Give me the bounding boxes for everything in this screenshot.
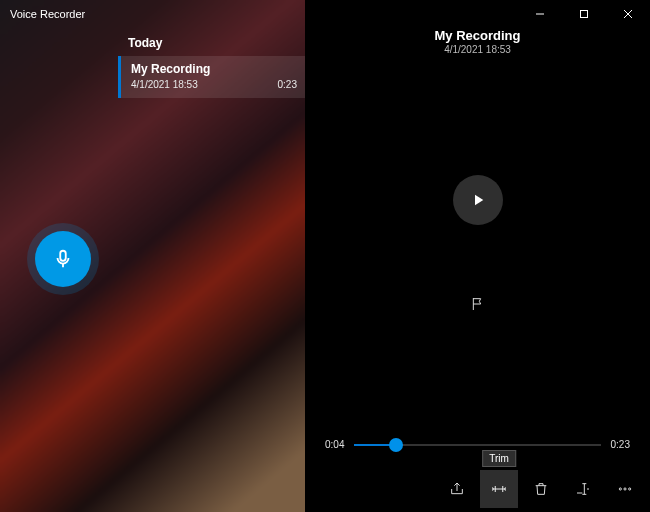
svg-point-3 — [624, 488, 626, 490]
detail-subtitle: 4/1/2021 18:53 — [305, 44, 650, 55]
recording-date: 4/1/2021 18:53 — [131, 79, 198, 90]
recording-name: My Recording — [131, 62, 297, 76]
rename-icon — [574, 481, 592, 497]
trash-icon — [533, 481, 549, 497]
timeline: 0:04 0:23 — [305, 439, 650, 450]
svg-rect-0 — [60, 251, 66, 261]
seek-thumb[interactable] — [389, 438, 403, 452]
section-today: Today — [118, 28, 305, 56]
share-icon — [449, 481, 465, 497]
more-icon — [617, 481, 633, 497]
play-icon — [469, 191, 487, 209]
left-pane: Voice Recorder Today My Recording 4/1/20… — [0, 0, 305, 512]
more-button[interactable] — [606, 470, 644, 508]
rename-button[interactable] — [564, 470, 602, 508]
total-time: 0:23 — [611, 439, 630, 450]
svg-rect-1 — [581, 11, 588, 18]
trim-button[interactable]: Trim — [480, 470, 518, 508]
svg-point-2 — [619, 488, 621, 490]
share-button[interactable] — [438, 470, 476, 508]
microphone-icon — [52, 248, 74, 270]
recording-list-item[interactable]: My Recording 4/1/2021 18:53 0:23 — [118, 56, 305, 98]
flag-icon — [470, 296, 486, 312]
seek-track[interactable] — [354, 444, 600, 446]
record-button[interactable] — [35, 231, 91, 287]
close-button[interactable] — [606, 0, 650, 28]
recording-duration: 0:23 — [278, 79, 297, 90]
right-pane: My Recording 4/1/2021 18:53 0:04 0:23 — [305, 0, 650, 512]
play-button[interactable] — [453, 175, 503, 225]
current-time: 0:04 — [325, 439, 344, 450]
app-title: Voice Recorder — [0, 0, 305, 28]
add-marker-button[interactable] — [463, 289, 493, 319]
bottom-toolbar: Trim — [305, 466, 650, 512]
trim-tooltip: Trim — [482, 450, 516, 467]
trim-icon — [490, 480, 508, 498]
detail-title: My Recording — [305, 28, 650, 43]
svg-point-4 — [629, 488, 631, 490]
maximize-button[interactable] — [562, 0, 606, 28]
minimize-button[interactable] — [518, 0, 562, 28]
delete-button[interactable] — [522, 470, 560, 508]
